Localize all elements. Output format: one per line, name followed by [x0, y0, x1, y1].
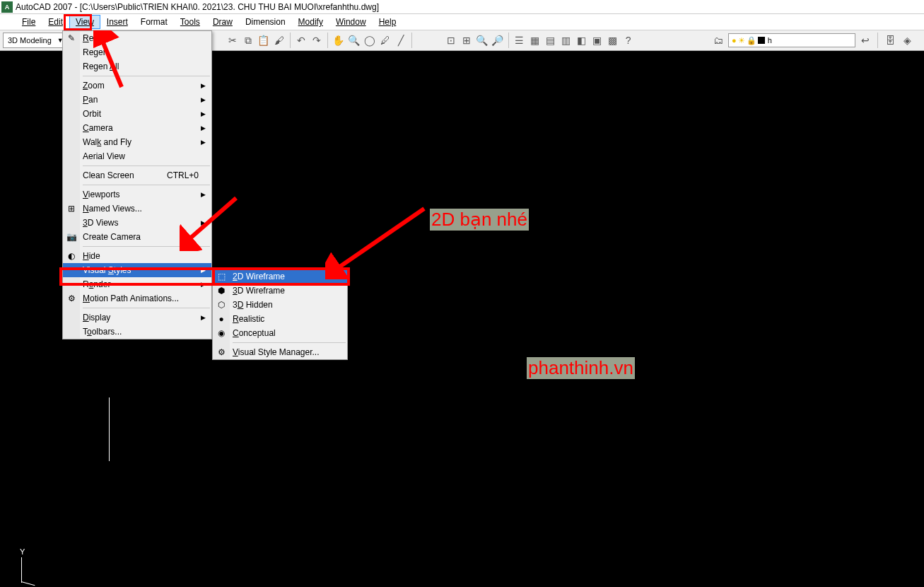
menu-item-toolbars[interactable]: Toolbars...	[63, 325, 211, 339]
pencil-icon: ✎	[65, 32, 78, 45]
arrow-right-icon: ▶	[201, 314, 206, 321]
design-center-icon[interactable]: ▦	[528, 33, 542, 47]
visual-styles-submenu: ⬚2D Wireframe ⬢3D Wireframe ⬡3D Hidden ●…	[212, 269, 348, 360]
help-icon[interactable]: ?	[621, 33, 636, 47]
hidden3d-icon: ⬡	[215, 298, 228, 311]
manager-icon: ⚙	[215, 346, 228, 359]
layer-manager-icon[interactable]: 🗂	[711, 33, 725, 47]
quickcalc-icon[interactable]: ▣	[590, 33, 604, 47]
layer-iso-icon[interactable]: ◈	[900, 33, 914, 47]
properties-icon[interactable]: ☰	[513, 33, 527, 47]
menu-item-redraw[interactable]: ✎Redraw	[63, 31, 211, 45]
submenu-item-conceptual[interactable]: ◉Conceptual	[213, 326, 347, 340]
zoom-realtime-icon[interactable]: 🔎	[491, 33, 505, 47]
layer-name: h	[768, 36, 772, 45]
menu-modify[interactable]: Modify	[292, 15, 329, 29]
menu-item-zoom[interactable]: Zoom▶	[63, 79, 211, 93]
wf3d-icon: ⬢	[215, 284, 228, 297]
app-icon: A	[1, 1, 13, 13]
arrow-right-icon: ▶	[201, 281, 206, 288]
ucs-icon: Y	[7, 547, 35, 583]
menu-view[interactable]: View	[69, 15, 100, 29]
arrow-right-icon: ▶	[201, 124, 206, 132]
layer-dropdown[interactable]: ● ☀ 🔒 h	[728, 33, 855, 47]
menu-item-visual-styles[interactable]: Visual Styles▶	[63, 263, 211, 277]
ucs-y-label: Y	[20, 547, 25, 556]
zoom-icon[interactable]: 🔍	[347, 33, 361, 47]
workspace-dropdown[interactable]: 3D Modeling ▼	[3, 33, 67, 48]
pan-icon[interactable]: ✋	[332, 33, 346, 47]
submenu-item-vs-manager[interactable]: ⚙Visual Style Manager...	[213, 345, 347, 359]
svg-line-5	[334, 209, 424, 271]
toolbar-group-standard: ✂ ⧉ 📋 🖌 ↶ ↷ ✋ 🔍 ◯ 🖊 ╱	[226, 33, 414, 48]
layer-panel: 🗂 ● ☀ 🔒 h ↩ 🗄 ◈	[711, 33, 914, 48]
menu-item-hide[interactable]: ◐Hide	[63, 249, 211, 263]
camera-icon: 📷	[65, 231, 78, 243]
crosshair	[109, 397, 110, 461]
hide-icon: ◐	[65, 250, 78, 262]
zoom-extents-icon[interactable]: ⊞	[460, 33, 474, 47]
submenu-item-realistic[interactable]: ●Realistic	[213, 312, 347, 326]
submenu-item-3d-wireframe[interactable]: ⬢3D Wireframe	[213, 284, 347, 298]
submenu-item-3d-hidden[interactable]: ⬡3D Hidden	[213, 298, 347, 312]
title-bar: A AutoCAD 2007 - [C:\Users\Public\TRIEN …	[0, 0, 924, 14]
shortcut-label: CTRL+0	[167, 170, 199, 180]
conceptual-icon: ◉	[215, 327, 228, 339]
menu-edit[interactable]: Edit	[42, 15, 69, 29]
annotation-arrow-to-view	[93, 30, 129, 94]
menu-item-regen[interactable]: Regen	[63, 45, 211, 59]
undo-icon[interactable]: ↶	[294, 33, 308, 47]
arrow-right-icon: ▶	[201, 139, 206, 146]
menu-window[interactable]: Window	[329, 15, 373, 29]
orbit-icon[interactable]: ◯	[363, 33, 377, 47]
menu-item-orbit[interactable]: Orbit▶	[63, 107, 211, 121]
views-icon: ⊞	[65, 202, 78, 215]
match-prop-icon[interactable]: 🖌	[272, 33, 286, 47]
annotation-arrow-to-visualstyles	[180, 194, 243, 251]
zoom-window-icon[interactable]: ⊡	[444, 33, 458, 47]
brush-icon[interactable]: 🖊	[378, 33, 392, 47]
lock-icon: 🔒	[747, 36, 756, 45]
menu-item-pan[interactable]: Pan▶	[63, 93, 211, 107]
menu-item-regen-all[interactable]: Regen All	[63, 59, 211, 74]
menu-format[interactable]: Format	[134, 15, 174, 29]
bulb-icon: ●	[732, 36, 737, 45]
menu-draw[interactable]: Draw	[206, 15, 239, 29]
motion-icon: ⚙	[65, 292, 78, 305]
menu-item-motion-path[interactable]: ⚙Motion Path Animations...	[63, 291, 211, 306]
color-swatch-icon	[758, 37, 765, 44]
line-icon[interactable]: ╱	[394, 33, 408, 47]
menu-item-walk-fly[interactable]: Walk and Fly▶	[63, 135, 211, 149]
menu-file[interactable]: File	[16, 15, 42, 29]
cut-icon[interactable]: ✂	[226, 33, 240, 47]
layer-prev-icon[interactable]: ↩	[858, 33, 872, 47]
menu-item-render[interactable]: Render▶	[63, 277, 211, 291]
arrow-right-icon: ▶	[201, 267, 206, 274]
annotation-arrow-to-2dwireframe	[325, 202, 431, 279]
wf2d-icon: ⬚	[215, 270, 228, 283]
window-title: AutoCAD 2007 - [C:\Users\Public\TRIEN KH…	[16, 2, 379, 12]
sun-icon: ☀	[738, 36, 745, 45]
copy-icon[interactable]: ⧉	[241, 33, 255, 47]
menu-tools[interactable]: Tools	[174, 15, 206, 29]
paste-icon[interactable]: 📋	[257, 33, 271, 47]
annotation-text-1: 2D bạn nhé	[430, 209, 529, 231]
zoom-prev-icon[interactable]: 🔍	[475, 33, 489, 47]
markup-icon[interactable]: ◧	[575, 33, 589, 47]
menu-item-camera[interactable]: Camera▶	[63, 121, 211, 135]
layer-states-icon[interactable]: 🗄	[883, 33, 897, 47]
sheet-set-icon[interactable]: ▥	[559, 33, 573, 47]
svg-line-3	[185, 198, 236, 243]
menu-dimension[interactable]: Dimension	[239, 15, 292, 29]
menu-item-clean-screen[interactable]: Clean ScreenCTRL+0	[63, 168, 211, 182]
menu-item-display[interactable]: Display▶	[63, 310, 211, 325]
menu-bar: File Edit View Insert Format Tools Draw …	[0, 14, 924, 30]
menu-insert[interactable]: Insert	[100, 15, 134, 29]
arrow-right-icon: ▶	[201, 82, 206, 89]
block-icon[interactable]: ▩	[606, 33, 620, 47]
menu-help[interactable]: Help	[373, 15, 403, 29]
menu-item-aerial-view[interactable]: Aerial View	[63, 149, 211, 163]
redo-icon[interactable]: ↷	[310, 33, 324, 47]
toolbar-group-zoom: ⊡ ⊞ 🔍 🔎 ☰ ▦ ▤ ▥ ◧ ▣ ▩ ?	[444, 33, 636, 48]
tool-palettes-icon[interactable]: ▤	[544, 33, 558, 47]
